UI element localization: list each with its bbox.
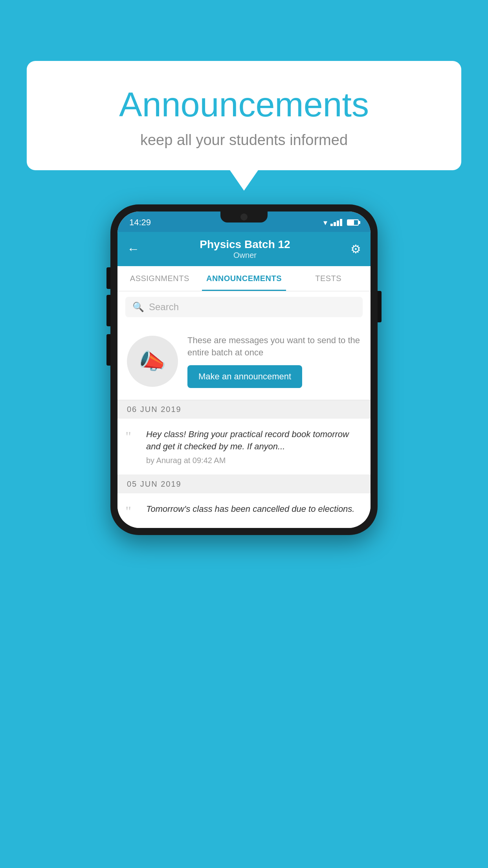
tab-assignments[interactable]: ASSIGNMENTS xyxy=(117,266,202,291)
app-header: ← Physics Batch 12 Owner ⚙ xyxy=(117,232,371,266)
phone-notch xyxy=(220,211,268,223)
promo-description: These are messages you want to send to t… xyxy=(187,335,361,359)
phone-btn-power xyxy=(378,291,382,322)
tabs-bar: ASSIGNMENTS ANNOUNCEMENTS TESTS xyxy=(117,266,371,291)
speech-bubble-section: Announcements keep all your students inf… xyxy=(27,61,461,170)
announcement-message-2: Tomorrow's class has been cancelled due … xyxy=(146,503,361,515)
tab-announcements[interactable]: ANNOUNCEMENTS xyxy=(202,266,286,291)
battery-icon xyxy=(347,219,359,226)
announcement-text-2: Tomorrow's class has been cancelled due … xyxy=(146,503,361,519)
back-button[interactable]: ← xyxy=(127,242,139,256)
wifi-icon: ▾ xyxy=(323,218,327,227)
speech-bubble-card: Announcements keep all your students inf… xyxy=(27,61,461,170)
announcement-promo: 📣 These are messages you want to send to… xyxy=(117,323,371,400)
phone-screen: 14:29 ▾ ← Phys xyxy=(117,211,371,528)
search-bar[interactable]: 🔍 Search xyxy=(125,297,363,317)
quote-icon-2: " xyxy=(125,504,131,519)
phone-camera xyxy=(240,213,248,221)
header-title-group: Physics Batch 12 Owner xyxy=(200,238,290,260)
announcement-text-1: Hey class! Bring your practical record b… xyxy=(146,428,361,465)
header-title: Physics Batch 12 xyxy=(200,238,290,251)
phone-btn-vol-up xyxy=(106,295,110,326)
announcement-item-1[interactable]: " Hey class! Bring your practical record… xyxy=(117,419,371,475)
bubble-subtitle: keep all your students informed xyxy=(46,132,442,149)
phone-btn-vol-down xyxy=(106,334,110,366)
phone-outer-frame: 14:29 ▾ ← Phys xyxy=(110,204,378,535)
phone-btn-mute xyxy=(106,267,110,289)
promo-icon-circle: 📣 xyxy=(127,336,178,387)
quote-icon-wrap: " xyxy=(117,428,139,465)
quote-icon: " xyxy=(125,430,131,465)
signal-icon xyxy=(330,219,342,226)
announcement-meta-1: by Anurag at 09:42 AM xyxy=(146,456,361,465)
gear-icon[interactable]: ⚙ xyxy=(350,242,361,256)
status-time: 14:29 xyxy=(129,217,151,228)
date-separator-1: 06 JUN 2019 xyxy=(117,400,371,419)
search-input[interactable]: Search xyxy=(149,302,179,313)
announcement-message-1: Hey class! Bring your practical record b… xyxy=(146,428,361,453)
search-container: 🔍 Search xyxy=(117,291,371,323)
status-icons: ▾ xyxy=(323,218,359,227)
header-subtitle: Owner xyxy=(200,251,290,260)
announcement-item-2[interactable]: " Tomorrow's class has been cancelled du… xyxy=(117,493,371,528)
make-announcement-button[interactable]: Make an announcement xyxy=(187,365,302,388)
search-icon: 🔍 xyxy=(132,302,144,313)
promo-content: These are messages you want to send to t… xyxy=(187,335,361,388)
quote-icon-wrap-2: " xyxy=(117,503,139,519)
tab-tests[interactable]: TESTS xyxy=(286,266,371,291)
bubble-title: Announcements xyxy=(46,85,442,125)
phone-mockup: 14:29 ▾ ← Phys xyxy=(110,204,378,535)
date-separator-2: 05 JUN 2019 xyxy=(117,475,371,493)
megaphone-icon: 📣 xyxy=(139,348,166,374)
